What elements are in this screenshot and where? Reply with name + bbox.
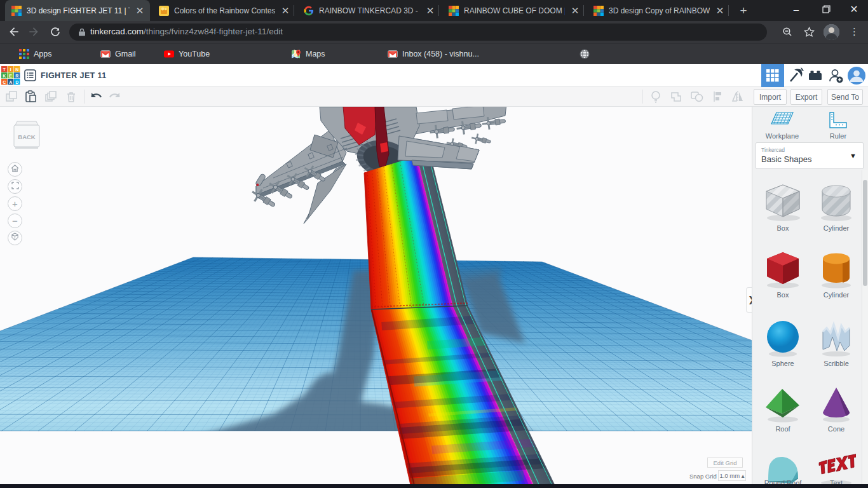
svg-text:N: N [15,67,18,72]
svg-text:A: A [9,80,12,85]
svg-text:D: D [15,80,18,85]
svg-text:C: C [3,80,6,85]
svg-text:I: I [10,67,11,72]
svg-text:BACK: BACK [18,133,36,140]
svg-text:R: R [15,74,18,78]
svg-text:E: E [9,74,12,78]
svg-text:K: K [3,74,6,78]
svg-text:T: T [3,67,6,72]
